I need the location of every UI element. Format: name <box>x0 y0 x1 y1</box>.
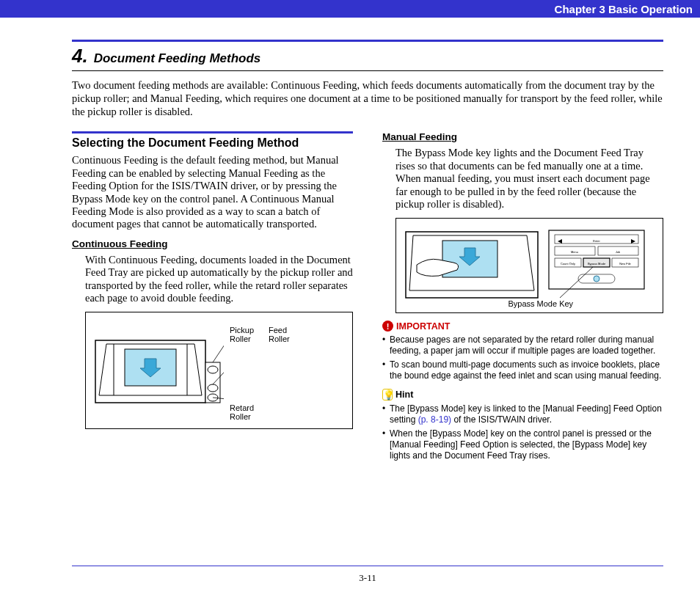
label-feed-roller: Feed Roller <box>269 326 290 343</box>
svg-point-7 <box>208 366 218 373</box>
important-item: Because pages are not separated by the r… <box>382 334 663 356</box>
two-column-layout: Selecting the Document Feeding Method Co… <box>72 131 663 466</box>
section-header: 4. Document Feeding Methods <box>72 40 663 71</box>
label-retard-roller: Retard Roller <box>230 403 254 421</box>
label-bypass-mode-key: Bypass Mode Key <box>508 299 573 308</box>
left-column: Selecting the Document Feeding Method Co… <box>72 131 353 466</box>
important-icon: ! <box>382 321 393 332</box>
section-number: 4. <box>72 45 88 67</box>
page-number: 3-11 <box>359 572 376 583</box>
hint-item: When the [Bypass Mode] key on the contro… <box>382 428 663 461</box>
scanner-rollers-illustration <box>92 318 224 421</box>
page-footer: 3-11 <box>72 566 663 584</box>
important-item: To scan bound multi-page documents such … <box>382 359 663 381</box>
hint-list: The [Bypass Mode] key is linked to the [… <box>382 403 663 461</box>
subheading-selecting: Selecting the Document Feeding Method <box>72 136 353 150</box>
hint-icon: 💡 <box>382 389 393 400</box>
figure-manual-feeding: Enter Menu Job Count Only Bypass Mode Ne… <box>395 218 663 313</box>
svg-text:Job: Job <box>616 250 621 254</box>
figure-continuous-feeding: Pickup Roller Feed Roller Retard Roller <box>85 312 353 429</box>
selecting-paragraph: Continuous Feeding is the default feedin… <box>72 154 353 230</box>
svg-text:Bypass Mode: Bypass Mode <box>588 262 606 266</box>
chapter-label: Chapter 3 Basic Operation <box>555 3 693 15</box>
svg-point-33 <box>594 276 599 282</box>
hint-item: The [Bypass Mode] key is linked to the [… <box>382 403 663 425</box>
page-body: 4. Document Feeding Methods Two document… <box>0 18 700 466</box>
intro-paragraph: Two document feeding methods are availab… <box>72 78 663 118</box>
hint-label: Hint <box>395 389 413 400</box>
footer-rule <box>72 566 663 566</box>
continuous-feeding-paragraph: With Continuous Feeding, documents loade… <box>85 254 353 305</box>
svg-line-10 <box>213 329 224 362</box>
svg-text:New File: New File <box>619 262 631 266</box>
page-reference-link[interactable]: (p. 8-19) <box>418 414 451 425</box>
label-pickup-roller: Pickup Roller <box>230 326 254 343</box>
section-title: Document Feeding Methods <box>94 51 261 65</box>
svg-text:Enter: Enter <box>593 239 600 243</box>
page-header: Chapter 3 Basic Operation <box>0 0 700 18</box>
continuous-feeding-heading: Continuous Feeding <box>72 238 353 249</box>
svg-text:Count Only: Count Only <box>561 262 575 266</box>
svg-point-8 <box>208 384 218 392</box>
hint-callout: 💡 Hint The [Bypass Mode] key is linked t… <box>382 389 663 461</box>
important-list: Because pages are not separated by the r… <box>382 334 663 381</box>
heading-rule <box>72 131 353 133</box>
important-callout: ! IMPORTANT Because pages are not separa… <box>382 321 663 381</box>
scanner-panel-illustration: Enter Menu Job Count Only Bypass Mode Ne… <box>402 224 652 305</box>
right-column: Manual Feeding The Bypass Mode key light… <box>382 131 663 466</box>
important-label: IMPORTANT <box>396 321 450 332</box>
manual-feeding-heading: Manual Feeding <box>382 131 663 142</box>
manual-feeding-paragraph: The Bypass Mode key lights and the Docum… <box>395 147 663 211</box>
svg-text:Menu: Menu <box>571 250 578 254</box>
